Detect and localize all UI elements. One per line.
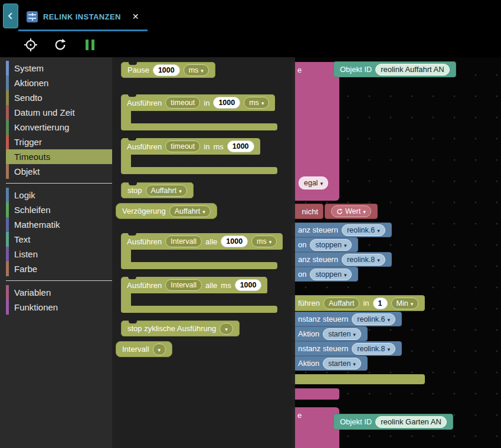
block-execute-auffahrt[interactable]: führen Auffahrt in 1 Min	[292, 295, 425, 311]
category-color-strip	[6, 285, 9, 300]
sidebar-item-funktionen[interactable]: Funktionen	[0, 300, 112, 315]
timeout-value-field[interactable]: 1000	[227, 140, 254, 152]
block-instance-control-row[interactable]: nstanz steuern reolink.6	[292, 312, 402, 326]
block-instance-action-row[interactable]: Aktion starten	[292, 356, 368, 371]
interval-select-dropdown[interactable]	[220, 323, 233, 335]
chevron-down-icon	[158, 345, 161, 354]
chevron-down-icon	[320, 179, 323, 187]
clipped-block-text: e	[297, 411, 302, 420]
interval-value-field[interactable]: 1000	[235, 279, 262, 291]
category-color-strip	[6, 76, 9, 90]
sidebar-item-schleifen[interactable]: Schleifen	[0, 202, 112, 217]
refresh-icon	[54, 38, 67, 51]
action-select-field[interactable]: starten	[323, 328, 361, 340]
sidebar-item-farbe[interactable]: Farbe	[0, 261, 112, 276]
block-instance-action-row[interactable]: on stoppen	[292, 237, 358, 252]
block-instance-action-row[interactable]: on stoppen	[292, 267, 358, 282]
sidebar-item-timeouts[interactable]: Timeouts	[0, 149, 112, 164]
refresh-button[interactable]	[53, 38, 67, 52]
pause-button[interactable]	[83, 38, 97, 52]
sidebar-item-datum-und-zeit[interactable]: Datum und Zeit	[0, 105, 112, 120]
timeout-select-dropdown[interactable]: Auffahrt	[146, 185, 187, 197]
sidebar-item-mathematik[interactable]: Mathematik	[0, 217, 112, 232]
sidebar-item-sendto[interactable]: Sendto	[0, 90, 112, 105]
sidebar-item-aktionen[interactable]: Aktionen	[0, 76, 112, 90]
sidebar-item-objekt[interactable]: Objekt	[0, 164, 112, 179]
action-select-field[interactable]: stoppen	[310, 239, 352, 251]
sidebar-item-system[interactable]: System	[0, 61, 112, 76]
block-execute-timeout-ms[interactable]: Ausführen timeout in ms 1000	[121, 138, 277, 174]
chevron-down-icon	[269, 237, 272, 246]
block-trigger-garten[interactable]: e	[292, 407, 339, 448]
sidebar-item-listen[interactable]: Listen	[0, 247, 112, 261]
interval-select-dropdown[interactable]	[153, 344, 166, 355]
sidebar-item-logik[interactable]: Logik	[0, 188, 112, 202]
trigger-condition-dropdown[interactable]: egal	[299, 176, 328, 189]
category-color-strip	[6, 164, 9, 179]
block-delay-value[interactable]: Verzögerung Auffahrt	[116, 203, 217, 219]
duration-value-field[interactable]: 1	[373, 297, 388, 309]
instance-select-field[interactable]: reolink.6	[352, 313, 395, 325]
block-execute-interval-named[interactable]: Ausführen Intervall alle 1000 ms	[121, 233, 283, 269]
chevron-down-icon	[388, 315, 391, 323]
block-execute-timeout-named[interactable]: Ausführen timeout in 1000 ms	[121, 94, 277, 130]
timeout-name-field[interactable]: timeout	[165, 97, 200, 109]
instance-select-field[interactable]: reolink.8	[342, 254, 385, 266]
timeout-name-field[interactable]: timeout	[165, 140, 200, 152]
block-object-id-auffahrt[interactable]: Objekt ID reolink Auffahrt AN	[333, 61, 456, 77]
sidebar-item-text[interactable]: Text	[0, 232, 112, 247]
value-dropdown[interactable]: Wert	[331, 205, 371, 217]
interval-name-field[interactable]: Intervall	[165, 236, 202, 247]
category-color-strip	[6, 232, 9, 247]
timeout-value-field[interactable]: 1000	[213, 97, 240, 109]
block-trigger-bottom[interactable]	[292, 388, 339, 400]
block-interval-value[interactable]: Intervall	[116, 341, 172, 357]
block-not[interactable]: nicht	[292, 204, 323, 219]
block-stop-timeout[interactable]: stop Auffahrt	[121, 182, 194, 198]
sidebar-divider	[6, 280, 112, 281]
instance-select-field[interactable]: reolink.8	[352, 343, 395, 355]
block-instance-action-row[interactable]: Aktion starten	[292, 326, 368, 341]
chevron-down-icon	[411, 299, 414, 308]
block-wrapper-bottom[interactable]	[292, 374, 425, 384]
pause-value-field[interactable]: 1000	[153, 64, 180, 76]
interval-name-field[interactable]: Intervall	[165, 279, 202, 291]
clipped-block-text: e	[297, 66, 302, 74]
unit-dropdown[interactable]: ms	[251, 236, 277, 247]
chevron-down-icon	[377, 256, 380, 264]
chevron-down-icon	[201, 66, 204, 74]
block-instance-control-row[interactable]: nstanz steuern reolink.8	[292, 341, 402, 356]
sidebar-item-variablen[interactable]: Variablen	[0, 285, 112, 300]
action-select-field[interactable]: starten	[323, 358, 361, 369]
timeout-select-dropdown[interactable]: Auffahrt	[169, 205, 211, 217]
unit-dropdown[interactable]: ms	[244, 97, 269, 109]
block-instance-control-row[interactable]: anz steuern reolink.6	[292, 223, 392, 237]
timeout-name-field[interactable]: Auffahrt	[323, 297, 360, 309]
back-button[interactable]	[3, 4, 18, 28]
unit-dropdown[interactable]: Min	[391, 297, 419, 309]
top-bar: RELINK INSTANZEN ✕	[0, 0, 501, 32]
object-id-value-field[interactable]: reolink Auffahrt AN	[375, 64, 449, 76]
interval-value-field[interactable]: 1000	[221, 236, 248, 247]
block-trigger-auffahrt[interactable]: e egal	[292, 62, 339, 201]
tab-relink-instanzen[interactable]: RELINK INSTANZEN ✕	[18, 4, 148, 31]
block-object-id-garten[interactable]: Objekt ID reolink Garten AN	[333, 414, 453, 430]
block-instance-control-row[interactable]: anz steuern reolink.8	[292, 252, 392, 267]
center-view-button[interactable]	[24, 38, 38, 52]
block-execute-interval-ms[interactable]: Ausführen Intervall alle ms 1000	[121, 277, 277, 313]
category-color-strip	[6, 90, 9, 105]
action-select-field[interactable]: stoppen	[310, 269, 352, 280]
object-id-value-field[interactable]: reolink Garten AN	[375, 416, 447, 428]
tab-close-icon[interactable]: ✕	[132, 12, 139, 21]
chevron-down-icon	[225, 325, 228, 333]
sidebar-item-konvertierung[interactable]: Konvertierung	[0, 120, 112, 135]
back-arrow-icon	[6, 12, 15, 20]
instance-select-field[interactable]: reolink.6	[342, 224, 385, 236]
block-stop-cyclic[interactable]: stop zyklische Ausführung	[121, 321, 240, 336]
block-value[interactable]: Wert	[325, 204, 378, 219]
unit-dropdown[interactable]: ms	[184, 64, 209, 76]
blockly-logo-icon	[27, 11, 38, 22]
sidebar-item-trigger[interactable]: Trigger	[0, 135, 112, 149]
block-pause[interactable]: Pause 1000 ms	[121, 62, 215, 78]
chevron-down-icon	[261, 99, 264, 107]
